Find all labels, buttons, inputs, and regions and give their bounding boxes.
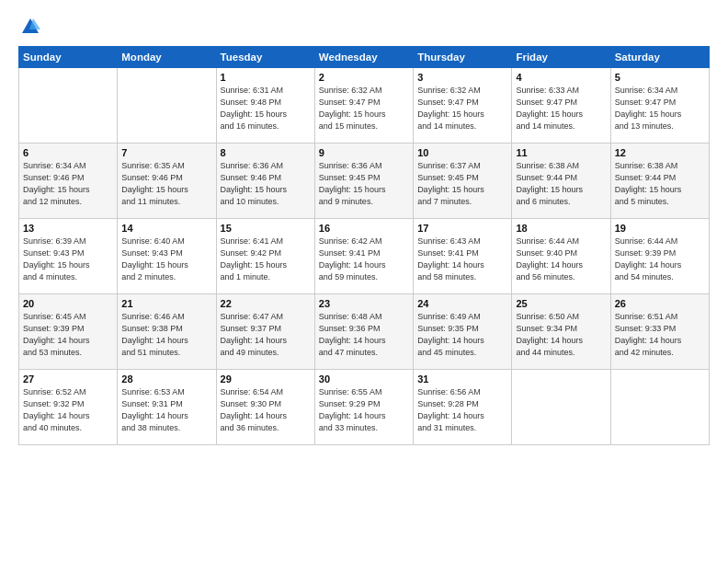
calendar-cell: 8Sunrise: 6:36 AM Sunset: 9:46 PM Daylig… [216, 144, 314, 219]
calendar-cell: 9Sunrise: 6:36 AM Sunset: 9:45 PM Daylig… [314, 144, 413, 219]
calendar-cell: 14Sunrise: 6:40 AM Sunset: 9:43 PM Dayli… [118, 219, 216, 294]
calendar-cell: 29Sunrise: 6:54 AM Sunset: 9:30 PM Dayli… [216, 370, 314, 445]
day-number: 26 [615, 298, 705, 309]
day-number: 1 [221, 72, 311, 83]
calendar-week-2: 6Sunrise: 6:34 AM Sunset: 9:46 PM Daylig… [19, 144, 710, 219]
weekday-header-sunday: Sunday [19, 47, 118, 68]
cell-text: Sunrise: 6:53 AM Sunset: 9:31 PM Dayligh… [121, 386, 211, 434]
day-number: 10 [417, 147, 507, 158]
weekday-header-thursday: Thursday [414, 47, 512, 68]
day-number: 31 [417, 373, 507, 385]
day-number: 28 [121, 373, 211, 385]
day-number: 20 [23, 298, 113, 309]
cell-text: Sunrise: 6:46 AM Sunset: 9:38 PM Dayligh… [121, 311, 211, 359]
day-number: 14 [121, 223, 211, 234]
cell-text: Sunrise: 6:35 AM Sunset: 9:46 PM Dayligh… [121, 160, 211, 208]
calendar-cell: 26Sunrise: 6:51 AM Sunset: 9:33 PM Dayli… [610, 294, 709, 370]
cell-text: Sunrise: 6:56 AM Sunset: 9:28 PM Dayligh… [417, 386, 507, 434]
calendar-cell [610, 370, 709, 445]
weekday-header-row: SundayMondayTuesdayWednesdayThursdayFrid… [19, 47, 710, 68]
cell-text: Sunrise: 6:45 AM Sunset: 9:39 PM Dayligh… [23, 311, 113, 359]
cell-text: Sunrise: 6:32 AM Sunset: 9:47 PM Dayligh… [319, 85, 409, 132]
cell-text: Sunrise: 6:33 AM Sunset: 9:47 PM Dayligh… [516, 85, 606, 132]
logo [18, 17, 40, 37]
cell-text: Sunrise: 6:55 AM Sunset: 9:29 PM Dayligh… [319, 386, 409, 434]
calendar-cell: 25Sunrise: 6:50 AM Sunset: 9:34 PM Dayli… [512, 294, 610, 370]
cell-text: Sunrise: 6:39 AM Sunset: 9:43 PM Dayligh… [23, 236, 113, 283]
day-number: 30 [319, 373, 409, 385]
cell-text: Sunrise: 6:48 AM Sunset: 9:36 PM Dayligh… [319, 311, 409, 359]
calendar-cell: 23Sunrise: 6:48 AM Sunset: 9:36 PM Dayli… [314, 294, 413, 370]
calendar-cell: 10Sunrise: 6:37 AM Sunset: 9:45 PM Dayli… [414, 144, 512, 219]
day-number: 11 [516, 147, 606, 158]
cell-text: Sunrise: 6:51 AM Sunset: 9:33 PM Dayligh… [615, 311, 705, 359]
cell-text: Sunrise: 6:34 AM Sunset: 9:47 PM Dayligh… [615, 85, 705, 132]
day-number: 9 [319, 147, 409, 158]
calendar-cell: 20Sunrise: 6:45 AM Sunset: 9:39 PM Dayli… [19, 294, 118, 370]
day-number: 15 [221, 223, 311, 234]
cell-text: Sunrise: 6:54 AM Sunset: 9:30 PM Dayligh… [221, 386, 311, 434]
cell-text: Sunrise: 6:42 AM Sunset: 9:41 PM Dayligh… [319, 236, 409, 283]
day-number: 22 [221, 298, 311, 309]
cell-text: Sunrise: 6:41 AM Sunset: 9:42 PM Dayligh… [221, 236, 311, 283]
calendar-cell: 31Sunrise: 6:56 AM Sunset: 9:28 PM Dayli… [414, 370, 512, 445]
calendar-week-4: 20Sunrise: 6:45 AM Sunset: 9:39 PM Dayli… [19, 294, 710, 370]
calendar-cell: 12Sunrise: 6:38 AM Sunset: 9:44 PM Dayli… [610, 144, 709, 219]
page: SundayMondayTuesdayWednesdayThursdayFrid… [0, 0, 728, 563]
calendar-cell: 6Sunrise: 6:34 AM Sunset: 9:46 PM Daylig… [19, 144, 118, 219]
day-number: 25 [516, 298, 606, 309]
cell-text: Sunrise: 6:40 AM Sunset: 9:43 PM Dayligh… [121, 236, 211, 283]
cell-text: Sunrise: 6:32 AM Sunset: 9:47 PM Dayligh… [417, 85, 507, 132]
weekday-header-tuesday: Tuesday [216, 47, 314, 68]
calendar-week-1: 1Sunrise: 6:31 AM Sunset: 9:48 PM Daylig… [19, 68, 710, 144]
cell-text: Sunrise: 6:52 AM Sunset: 9:32 PM Dayligh… [23, 386, 113, 434]
calendar-cell: 7Sunrise: 6:35 AM Sunset: 9:46 PM Daylig… [118, 144, 216, 219]
day-number: 2 [319, 72, 409, 83]
cell-text: Sunrise: 6:49 AM Sunset: 9:35 PM Dayligh… [417, 311, 507, 359]
calendar-cell: 22Sunrise: 6:47 AM Sunset: 9:37 PM Dayli… [216, 294, 314, 370]
day-number: 3 [417, 72, 507, 83]
logo-icon [20, 17, 40, 37]
calendar-cell: 24Sunrise: 6:49 AM Sunset: 9:35 PM Dayli… [414, 294, 512, 370]
calendar-cell: 2Sunrise: 6:32 AM Sunset: 9:47 PM Daylig… [314, 68, 413, 144]
calendar-cell: 4Sunrise: 6:33 AM Sunset: 9:47 PM Daylig… [512, 68, 610, 144]
day-number: 21 [121, 298, 211, 309]
cell-text: Sunrise: 6:43 AM Sunset: 9:41 PM Dayligh… [417, 236, 507, 283]
calendar-cell: 17Sunrise: 6:43 AM Sunset: 9:41 PM Dayli… [414, 219, 512, 294]
cell-text: Sunrise: 6:34 AM Sunset: 9:46 PM Dayligh… [23, 160, 113, 208]
calendar-cell: 27Sunrise: 6:52 AM Sunset: 9:32 PM Dayli… [19, 370, 118, 445]
calendar-cell: 5Sunrise: 6:34 AM Sunset: 9:47 PM Daylig… [610, 68, 709, 144]
day-number: 24 [417, 298, 507, 309]
cell-text: Sunrise: 6:44 AM Sunset: 9:40 PM Dayligh… [516, 236, 606, 283]
calendar-cell: 13Sunrise: 6:39 AM Sunset: 9:43 PM Dayli… [19, 219, 118, 294]
day-number: 27 [23, 373, 113, 385]
calendar-cell: 21Sunrise: 6:46 AM Sunset: 9:38 PM Dayli… [118, 294, 216, 370]
day-number: 19 [615, 223, 705, 234]
calendar-cell [19, 68, 118, 144]
calendar-cell: 28Sunrise: 6:53 AM Sunset: 9:31 PM Dayli… [118, 370, 216, 445]
cell-text: Sunrise: 6:31 AM Sunset: 9:48 PM Dayligh… [221, 85, 311, 132]
weekday-header-friday: Friday [512, 47, 610, 68]
day-number: 18 [516, 223, 606, 234]
weekday-header-saturday: Saturday [610, 47, 709, 68]
cell-text: Sunrise: 6:36 AM Sunset: 9:45 PM Dayligh… [319, 160, 409, 208]
cell-text: Sunrise: 6:50 AM Sunset: 9:34 PM Dayligh… [516, 311, 606, 359]
calendar-week-3: 13Sunrise: 6:39 AM Sunset: 9:43 PM Dayli… [19, 219, 710, 294]
calendar-cell: 19Sunrise: 6:44 AM Sunset: 9:39 PM Dayli… [610, 219, 709, 294]
day-number: 12 [615, 147, 705, 158]
day-number: 4 [516, 72, 606, 83]
day-number: 8 [221, 147, 311, 158]
cell-text: Sunrise: 6:38 AM Sunset: 9:44 PM Dayligh… [615, 160, 705, 208]
calendar-cell [118, 68, 216, 144]
day-number: 17 [417, 223, 507, 234]
calendar-cell: 18Sunrise: 6:44 AM Sunset: 9:40 PM Dayli… [512, 219, 610, 294]
day-number: 13 [23, 223, 113, 234]
cell-text: Sunrise: 6:36 AM Sunset: 9:46 PM Dayligh… [221, 160, 311, 208]
calendar-week-5: 27Sunrise: 6:52 AM Sunset: 9:32 PM Dayli… [19, 370, 710, 445]
cell-text: Sunrise: 6:38 AM Sunset: 9:44 PM Dayligh… [516, 160, 606, 208]
cell-text: Sunrise: 6:37 AM Sunset: 9:45 PM Dayligh… [417, 160, 507, 208]
day-number: 6 [23, 147, 113, 158]
cell-text: Sunrise: 6:47 AM Sunset: 9:37 PM Dayligh… [221, 311, 311, 359]
weekday-header-monday: Monday [118, 47, 216, 68]
weekday-header-wednesday: Wednesday [314, 47, 413, 68]
